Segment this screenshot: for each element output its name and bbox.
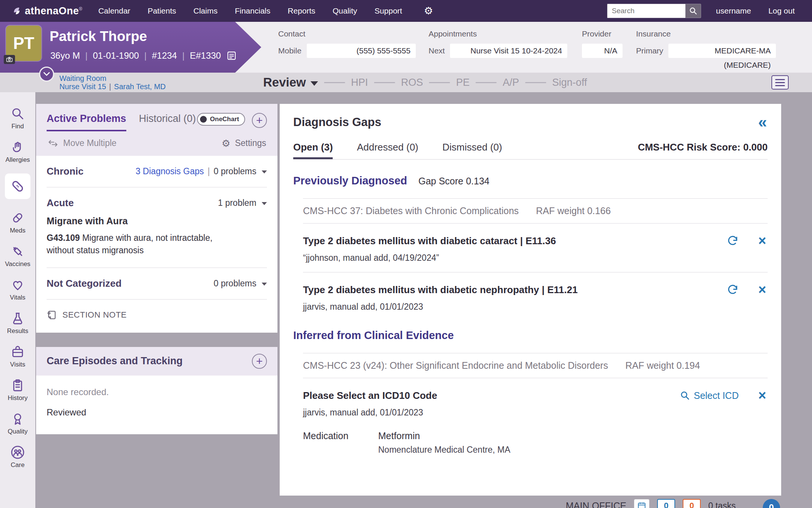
onechart-toggle[interactable]: OneChart bbox=[197, 113, 245, 126]
sidebar-item-vaccines[interactable]: Vaccines bbox=[5, 244, 30, 268]
tab-historical[interactable]: Historical (0) bbox=[139, 113, 196, 125]
calendar-icon bbox=[638, 502, 646, 508]
move-multiple-button[interactable]: Move Multiple bbox=[47, 138, 117, 148]
problems-settings-button[interactable]: ⚙ Settings bbox=[222, 138, 266, 148]
sidebar-item-label: Allergies bbox=[5, 156, 30, 164]
insurance-primary-label: Primary bbox=[636, 46, 663, 55]
sidebar-item-label: Vaccines bbox=[5, 260, 30, 268]
stage-pe[interactable]: PE bbox=[456, 77, 470, 88]
search-icon bbox=[689, 7, 697, 15]
sidebar-item-visits[interactable]: Visits bbox=[10, 345, 25, 368]
visit-link[interactable]: Nurse Visit 15 bbox=[59, 82, 106, 91]
raf-weight: RAF weight 0.166 bbox=[536, 205, 611, 216]
notifications-badge[interactable]: 0 bbox=[763, 499, 780, 508]
dismiss-gap-icon[interactable]: × bbox=[758, 389, 766, 402]
app-screen: athenaOne® Calendar Patients Claims Fina… bbox=[0, 0, 812, 508]
chart-note-icon[interactable] bbox=[226, 50, 237, 61]
stage-ros[interactable]: ROS bbox=[401, 77, 423, 88]
clinical-evidence-row: Medication Metformin Nomenclature Medica… bbox=[303, 430, 768, 455]
stage-hpi[interactable]: HPI bbox=[351, 77, 368, 88]
sidebar-item-quality[interactable]: Quality bbox=[8, 412, 28, 435]
dismiss-gap-icon[interactable]: × bbox=[758, 283, 766, 297]
gear-icon[interactable]: ⚙ bbox=[424, 6, 433, 16]
department-selector[interactable]: MAIN OFFICE bbox=[566, 500, 626, 508]
avatar-initials: PT bbox=[13, 34, 34, 53]
separator: | bbox=[208, 166, 210, 176]
next-appointment-label: Next bbox=[429, 46, 445, 55]
select-icd-button[interactable]: Select ICD bbox=[680, 390, 738, 401]
clipboard-icon bbox=[11, 378, 25, 392]
gap-item-meta: jjarvis, manual add, 01/01/2023 bbox=[303, 302, 768, 312]
care-episodes-reviewed[interactable]: Reviewed bbox=[47, 402, 267, 418]
sidebar-item-care[interactable]: Care bbox=[11, 445, 25, 469]
brand-logo[interactable]: athenaOne® bbox=[13, 5, 82, 17]
acute-count-dropdown[interactable]: 1 problem bbox=[218, 198, 256, 208]
sidebar-item-meds[interactable]: Meds bbox=[10, 211, 26, 234]
separator: | bbox=[109, 82, 111, 91]
nav-item-calendar[interactable]: Calendar bbox=[98, 6, 130, 15]
section-note-button[interactable]: SECTION NOTE bbox=[47, 300, 267, 333]
separator: | bbox=[144, 50, 147, 61]
heart-icon bbox=[11, 278, 25, 292]
add-care-episode-button[interactable] bbox=[252, 354, 267, 369]
readdress-gap-button[interactable] bbox=[727, 284, 739, 296]
next-appointment-value[interactable]: Nurse Visit 15 10-24-2024 bbox=[450, 44, 567, 58]
tab-open[interactable]: Open (3) bbox=[293, 141, 333, 159]
dismiss-gap-icon[interactable]: × bbox=[758, 234, 766, 248]
nav-item-reports[interactable]: Reports bbox=[288, 6, 315, 15]
sidebar-item-allergies[interactable]: Allergies bbox=[5, 140, 30, 164]
logout-link[interactable]: Log out bbox=[768, 6, 795, 15]
sidebar-item-problems[interactable] bbox=[5, 173, 30, 201]
tasks-counter[interactable]: 0 tasks bbox=[708, 501, 736, 508]
menu-hamburger-button[interactable] bbox=[771, 75, 789, 90]
problem-item[interactable]: Migrane with Aura G43.109 Migrane with a… bbox=[47, 214, 267, 268]
nav-item-support[interactable]: Support bbox=[374, 6, 402, 15]
care-episodes-title: Care Episodes and Tracking bbox=[47, 355, 183, 367]
active-tile bbox=[5, 173, 30, 199]
sidebar-item-find[interactable]: Find bbox=[11, 106, 25, 130]
care-episodes-empty-text: None recorded. bbox=[47, 380, 267, 402]
sidebar-item-vitals[interactable]: Vitals bbox=[10, 278, 25, 301]
stage-ap[interactable]: A/P bbox=[503, 77, 519, 88]
active-problems-block: Active Problems Historical (0) OneChart … bbox=[36, 104, 277, 333]
nav-item-patients[interactable]: Patients bbox=[148, 6, 176, 15]
patient-encounter-id: E#1330 bbox=[190, 50, 221, 61]
sidebar-item-results[interactable]: Results bbox=[7, 311, 29, 335]
top-nav: athenaOne® Calendar Patients Claims Fina… bbox=[0, 0, 812, 22]
sidebar-item-label: History bbox=[8, 394, 28, 402]
provider-value[interactable]: N/A bbox=[582, 44, 623, 58]
search-button[interactable] bbox=[685, 4, 701, 18]
tab-active-problems[interactable]: Active Problems bbox=[47, 113, 126, 131]
current-stage-label: Review bbox=[263, 75, 306, 90]
inbox-count-blue[interactable]: 0 bbox=[657, 499, 675, 508]
clinician-link[interactable]: Sarah Test, MD bbox=[114, 82, 165, 91]
diagnosis-gaps-link[interactable]: 3 Diagnosis Gaps bbox=[136, 166, 204, 176]
tab-addressed[interactable]: Addressed (0) bbox=[357, 141, 418, 159]
inbox-count-orange[interactable]: 0 bbox=[683, 499, 701, 508]
nav-item-quality[interactable]: Quality bbox=[333, 6, 357, 15]
collapse-panel-icon[interactable]: « bbox=[758, 114, 767, 130]
mobile-value[interactable]: (555) 555-5555 bbox=[307, 44, 416, 58]
chronic-count-dropdown[interactable]: 0 problems bbox=[214, 166, 256, 176]
stage-signoff[interactable]: Sign-off bbox=[552, 77, 587, 88]
not-categorized-count-dropdown[interactable]: 0 problems bbox=[214, 278, 256, 289]
search-input[interactable] bbox=[607, 4, 685, 18]
schedule-widget-button[interactable] bbox=[634, 499, 650, 508]
inferred-header: Inferred from Clinical Evidence bbox=[293, 329, 768, 342]
waiting-room-link[interactable]: Waiting Room bbox=[59, 74, 106, 82]
insurance-value[interactable]: MEDICARE-MA (MEDICARE) bbox=[668, 44, 776, 58]
stage-review-dropdown[interactable]: Review bbox=[263, 75, 318, 90]
collapse-banner-chevron-icon[interactable] bbox=[39, 67, 54, 82]
chevron-down-icon bbox=[262, 202, 267, 205]
nav-item-claims[interactable]: Claims bbox=[194, 6, 218, 15]
contact-column: Contact Mobile (555) 555-5555 bbox=[278, 29, 416, 58]
tab-dismissed[interactable]: Dismissed (0) bbox=[442, 141, 502, 159]
nav-item-financials[interactable]: Financials bbox=[235, 6, 271, 15]
add-problem-button[interactable] bbox=[252, 113, 267, 128]
readdress-gap-button[interactable] bbox=[727, 235, 739, 247]
sidebar-item-history[interactable]: History bbox=[8, 378, 28, 402]
username-menu[interactable]: username bbox=[716, 6, 751, 15]
encounter-stage-bar: Waiting Room Nurse Visit 15|Sarah Test, … bbox=[0, 73, 812, 92]
problem-name: Migrane with Aura bbox=[47, 216, 267, 227]
camera-icon[interactable] bbox=[4, 55, 15, 64]
